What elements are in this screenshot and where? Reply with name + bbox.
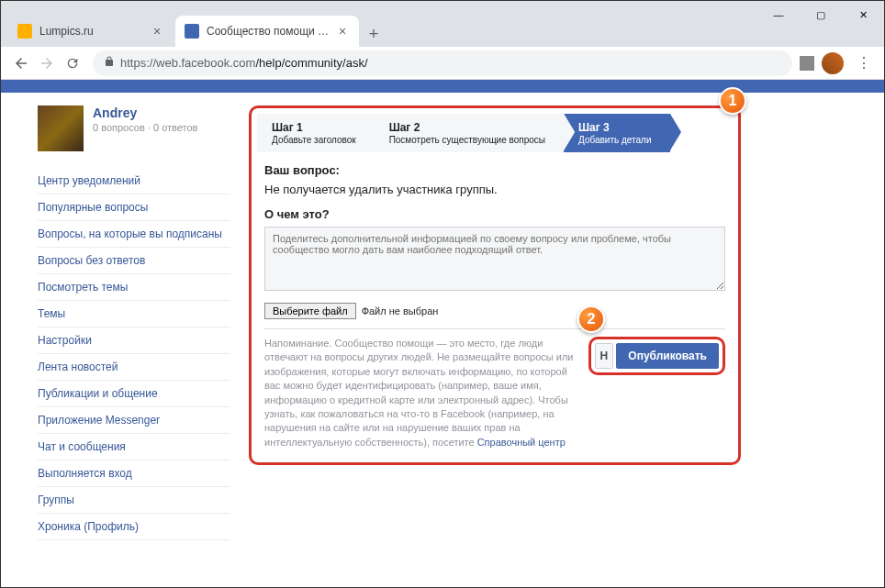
sidebar-item-subscribed[interactable]: Вопросы, на которые вы подписаны (38, 221, 230, 248)
sidebar-item-themes[interactable]: Темы (38, 301, 230, 327)
cancel-button[interactable]: Н (595, 343, 613, 369)
step-subtitle: Добавьте заголовок (272, 135, 356, 145)
reminder-text: Напоминание. Сообщество помощи — это мес… (264, 337, 576, 449)
reload-button[interactable] (60, 50, 85, 76)
callout-badge-1: 1 (719, 87, 746, 115)
question-label: Ваш вопрос: (264, 163, 725, 177)
sidebar-item-topics[interactable]: Посмотреть темы (38, 274, 230, 301)
choose-file-button[interactable]: Выберите файл (264, 303, 356, 319)
address-bar: https://web.facebook.com/help/community/… (1, 47, 884, 80)
highlighted-panel: Шаг 1 Добавьте заголовок Шаг 2 Посмотрет… (249, 105, 741, 465)
file-status: Файл не выбран (362, 305, 439, 316)
tab-title: Сообщество помощи Facebook (207, 25, 331, 38)
sidebar-item-posts[interactable]: Публикации и общение (38, 381, 230, 407)
profile-avatar[interactable] (822, 52, 844, 74)
step-1[interactable]: Шаг 1 Добавьте заголовок (257, 114, 375, 152)
back-button[interactable] (8, 50, 34, 76)
publish-button[interactable]: Опубликовать (616, 343, 719, 369)
step-title: Шаг 2 (389, 121, 420, 134)
close-button[interactable]: ✕ (842, 1, 884, 28)
file-row: Выберите файл Файл не выбран (264, 303, 725, 319)
sidebar-item-timeline[interactable]: Хроника (Профиль) (38, 514, 230, 540)
tab-title: Lumpics.ru (39, 25, 146, 38)
step-title: Шаг 3 (578, 121, 610, 134)
step-title: Шаг 1 (272, 121, 303, 134)
url-path: /help/community/ask/ (255, 56, 367, 70)
sidebar-item-messenger[interactable]: Приложение Messenger (38, 407, 230, 434)
sidebar-item-settings[interactable]: Настройки (38, 327, 230, 354)
divider (264, 328, 725, 329)
close-icon[interactable]: × (150, 24, 164, 39)
sidebar-item-chat[interactable]: Чат и сообщения (38, 434, 230, 460)
menu-button[interactable]: ⋮ (851, 50, 877, 76)
url-input[interactable]: https://web.facebook.com/help/community/… (93, 50, 792, 76)
sidebar-item-unanswered[interactable]: Вопросы без ответов (38, 248, 230, 274)
extension-icons: ⋮ (800, 50, 877, 76)
sidebar-item-newsfeed[interactable]: Лента новостей (38, 354, 230, 381)
favicon-facebook (185, 24, 199, 39)
profile-stats: 0 вопросов · 0 ответов (93, 122, 197, 133)
step-subtitle: Посмотреть существующие вопросы (389, 135, 545, 145)
facebook-header (1, 80, 884, 93)
new-tab-button[interactable]: + (361, 21, 386, 47)
step-3[interactable]: Шаг 3 Добавить детали (564, 114, 670, 152)
tab-lumpics[interactable]: Lumpics.ru × (8, 16, 174, 47)
favicon-lumpics (17, 24, 32, 39)
content: Andrey 0 вопросов · 0 ответов Центр увед… (1, 93, 884, 540)
form-body: Ваш вопрос: Не получается удалить участн… (252, 163, 738, 462)
question-text: Не получается удалить участника группы. (264, 183, 725, 196)
sidebar-item-login[interactable]: Выполняется вход (38, 460, 230, 487)
tab-facebook[interactable]: Сообщество помощи Facebook × (175, 16, 359, 47)
help-center-link[interactable]: Справочный центр (477, 437, 566, 448)
button-row: 2 Н Опубликовать (588, 337, 725, 375)
about-label: О чем это? (264, 207, 725, 221)
reminder-body: Напоминание. Сообщество помощи — это мес… (264, 338, 573, 448)
window-controls: — ▢ ✕ (757, 1, 884, 28)
step-indicator: Шаг 1 Добавьте заголовок Шаг 2 Посмотрет… (257, 114, 733, 152)
forward-button[interactable] (34, 50, 60, 76)
details-textarea[interactable] (264, 227, 725, 291)
url-protocol: https:// (120, 56, 156, 70)
profile-picture[interactable] (38, 105, 84, 151)
profile-name[interactable]: Andrey (93, 105, 197, 120)
browser-titlebar: Lumpics.ru × Сообщество помощи Facebook … (1, 1, 884, 47)
extension-icon[interactable] (800, 56, 814, 71)
maximize-button[interactable]: ▢ (800, 1, 842, 28)
sidebar: Andrey 0 вопросов · 0 ответов Центр увед… (38, 93, 230, 540)
sidebar-item-groups[interactable]: Группы (38, 487, 230, 514)
sidebar-item-popular[interactable]: Популярные вопросы (38, 194, 230, 221)
step-subtitle: Добавить детали (578, 135, 652, 145)
profile-block: Andrey 0 вопросов · 0 ответов (38, 105, 230, 151)
main-panel: 1 Шаг 1 Добавьте заголовок Шаг 2 Посмотр… (230, 93, 741, 540)
lock-icon (104, 56, 115, 70)
close-icon[interactable]: × (335, 24, 350, 39)
tab-strip: Lumpics.ru × Сообщество помощи Facebook … (8, 16, 386, 47)
bottom-row: Напоминание. Сообщество помощи — это мес… (264, 337, 725, 449)
step-2[interactable]: Шаг 2 Посмотреть существующие вопросы (375, 114, 564, 152)
highlighted-buttons: Н Опубликовать (588, 337, 725, 375)
url-host: web.facebook.com (156, 56, 255, 70)
sidebar-item-notifications[interactable]: Центр уведомлений (38, 168, 230, 194)
minimize-button[interactable]: — (757, 1, 800, 28)
callout-badge-2: 2 (577, 305, 605, 333)
